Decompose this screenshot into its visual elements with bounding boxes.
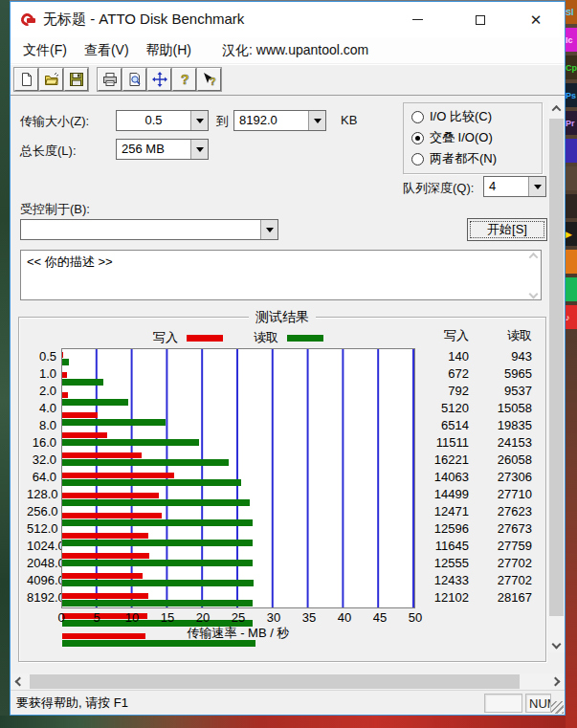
horizontal-scrollbar[interactable] — [11, 673, 564, 690]
read-bar — [62, 519, 253, 526]
dropdown-arrow-icon[interactable] — [190, 140, 208, 159]
move-tool-button[interactable] — [147, 68, 171, 91]
write-value: 16221 — [415, 452, 477, 469]
scroll-right-button[interactable] — [547, 673, 564, 690]
close-button[interactable]: ✕ — [515, 2, 557, 37]
scroll-left-button[interactable] — [11, 673, 28, 690]
write-value: 12102 — [415, 589, 477, 607]
block-size-label: 32.0 — [27, 452, 61, 469]
read-value: 15058 — [477, 400, 540, 417]
read-value: 24153 — [477, 434, 540, 452]
desktop-icon[interactable]: Pr — [566, 111, 577, 135]
num-lock-indicator: NUM — [525, 694, 551, 713]
radio-option-2[interactable]: 两者都不(N) — [411, 148, 542, 169]
transfer-size-to-combobox[interactable]: 8192.0 — [233, 110, 326, 131]
radio-label: I/O 比较(C) — [430, 108, 492, 125]
radio-unselected-icon[interactable] — [411, 111, 424, 123]
scroll-down-button[interactable] — [548, 636, 565, 652]
dropdown-arrow-icon[interactable] — [190, 111, 208, 130]
bar-chart-plot — [61, 348, 415, 608]
radio-option-1[interactable]: 交叠 I/O(O) — [411, 127, 542, 148]
desktop-icon[interactable]: ♪ — [566, 305, 577, 329]
desktop-icon[interactable] — [566, 166, 577, 190]
minimize-button[interactable] — [396, 2, 438, 37]
radio-selected-icon[interactable] — [411, 132, 424, 144]
write-value: 12433 — [415, 572, 477, 589]
save-file-button[interactable] — [64, 68, 88, 91]
desktop-icon[interactable]: Ps — [566, 83, 577, 107]
block-size-label: 128.0 — [27, 486, 61, 503]
window-title: 无标题 - ATTO Disk Benchmark — [43, 11, 244, 29]
read-value: 27702 — [477, 572, 540, 589]
total-length-combobox[interactable]: 256 MB — [116, 139, 209, 160]
write-bar — [62, 412, 98, 418]
desktop-icon[interactable]: Sl — [566, 0, 577, 24]
io-mode-group: I/O 比较(C)交叠 I/O(O)两者都不(N) — [403, 102, 543, 174]
x-tick-label: 50 — [409, 610, 422, 625]
resize-grip[interactable] — [551, 701, 564, 714]
desktop-icon[interactable] — [566, 277, 577, 301]
print-preview-button[interactable] — [122, 68, 146, 91]
context-help-button[interactable]: ? — [197, 68, 221, 91]
write-bar — [62, 392, 68, 398]
read-bar — [62, 499, 250, 506]
transfer-size-from-combobox[interactable]: 0.5 — [116, 110, 209, 131]
menu-help[interactable]: 帮助(H) — [138, 42, 200, 59]
vertical-scrollbar-track[interactable] — [548, 117, 565, 636]
block-size-label: 4096.0 — [27, 572, 61, 589]
desktop-icon[interactable] — [566, 250, 577, 274]
desktop-icon[interactable] — [566, 139, 577, 163]
print-button[interactable] — [98, 68, 122, 91]
write-value: 14063 — [415, 469, 477, 486]
legend-read-label: 读取 — [254, 329, 278, 346]
dropdown-arrow-icon[interactable] — [308, 111, 325, 130]
block-size-label: 64.0 — [27, 469, 61, 486]
description-scrollbar[interactable] — [527, 253, 539, 298]
read-value: 943 — [477, 348, 540, 365]
desktop-icon[interactable]: ▶ — [566, 222, 577, 246]
horizontal-scrollbar-thumb[interactable] — [30, 674, 520, 689]
desktop-background-bottom — [0, 716, 577, 728]
chevron-up-icon — [552, 105, 562, 115]
vertical-scrollbar-thumb[interactable] — [549, 119, 564, 616]
description-text: << 你的描述 >> — [27, 254, 113, 269]
test-results-group: 测试结果 写入 读取 写入 读取 0.51.02.04.08.016.032.0… — [18, 317, 546, 662]
read-bar — [62, 399, 128, 406]
chevron-down-icon[interactable] — [528, 290, 538, 299]
desktop-background-left — [0, 0, 10, 728]
block-size-label: 1024.0 — [27, 538, 61, 555]
help-button[interactable]: ? — [172, 68, 196, 91]
dropdown-arrow-icon[interactable] — [260, 220, 277, 239]
transfer-size-label: 传输大小(Z): — [20, 113, 89, 130]
menu-file[interactable]: 文件(F) — [14, 42, 76, 59]
desktop-icon[interactable]: Ic — [566, 28, 577, 52]
read-bar — [62, 560, 253, 566]
desktop-icon[interactable] — [566, 194, 577, 218]
open-file-button[interactable] — [39, 68, 63, 91]
radio-label: 交叠 I/O(O) — [430, 129, 493, 146]
description-textarea[interactable]: << 你的描述 >> — [20, 250, 542, 300]
horizontal-scrollbar-track[interactable] — [28, 673, 547, 690]
chart-row — [62, 553, 414, 570]
chevron-up-icon[interactable] — [528, 253, 538, 262]
chart-row — [62, 533, 414, 550]
desktop-icon[interactable]: Cp — [566, 55, 577, 79]
menu-view[interactable]: 查看(V) — [76, 42, 138, 59]
x-tick-label: 0 — [57, 610, 64, 625]
write-value: 12471 — [415, 503, 477, 520]
dropdown-arrow-icon[interactable] — [528, 177, 545, 196]
radio-option-0[interactable]: I/O 比较(C) — [411, 106, 542, 127]
queue-depth-combobox[interactable]: 4 — [483, 176, 546, 197]
start-button[interactable]: 开始[S] — [467, 218, 547, 241]
controlled-by-combobox[interactable] — [20, 219, 278, 240]
scroll-up-button[interactable] — [548, 100, 565, 117]
block-size-label: 1.0 — [27, 365, 61, 383]
write-bar — [62, 372, 67, 378]
maximize-button[interactable] — [459, 2, 501, 37]
read-value: 27673 — [477, 520, 540, 538]
radio-unselected-icon[interactable] — [411, 153, 424, 165]
new-file-button[interactable] — [14, 68, 38, 91]
chevron-down-icon — [552, 640, 562, 650]
vertical-scrollbar[interactable] — [548, 100, 565, 652]
block-size-label: 8.0 — [27, 417, 61, 434]
